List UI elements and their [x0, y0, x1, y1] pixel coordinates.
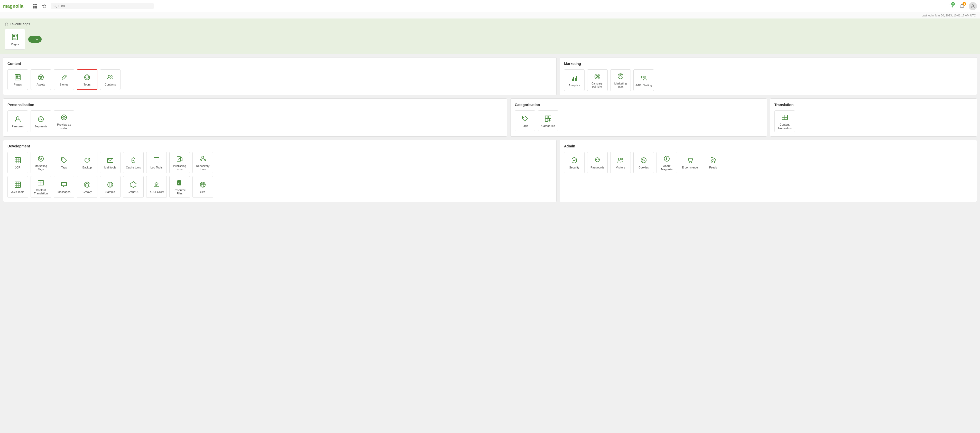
app-categories[interactable]: Categories — [538, 110, 558, 131]
svg-line-37 — [65, 76, 66, 76]
app-dev-marketing-tags-label: Marketing Tags — [32, 164, 50, 171]
app-security[interactable]: Security — [564, 152, 585, 173]
fav-app-pages[interactable]: Pages — [5, 29, 25, 49]
app-site[interactable]: Site — [192, 176, 213, 198]
sample-icon — [106, 181, 115, 189]
app-backup[interactable]: Backup — [77, 152, 97, 173]
app-jcr[interactable]: JCR — [8, 152, 28, 173]
svg-text:+: + — [644, 76, 645, 78]
app-analytics[interactable]: Analytics — [564, 69, 585, 91]
notifications-badge: 1 — [963, 2, 966, 6]
svg-point-108 — [135, 186, 137, 186]
svg-line-92 — [203, 158, 205, 160]
app-graphql[interactable]: GraphQL — [123, 176, 144, 198]
app-sample[interactable]: Sample — [100, 176, 121, 198]
app-tours[interactable]: Tours — [77, 69, 97, 90]
apps-grid-button[interactable] — [30, 2, 40, 11]
app-ecommerce-label: E-commerce — [682, 166, 698, 169]
app-jcr-tools-label: JCR Tools — [11, 190, 24, 194]
svg-rect-8 — [35, 7, 36, 8]
cookies-icon — [640, 156, 648, 164]
notifications-button[interactable]: 1 — [958, 2, 967, 11]
log-tools-icon — [153, 156, 161, 164]
app-personas[interactable]: Personas — [8, 110, 28, 132]
app-visitors[interactable]: Visitors — [610, 152, 631, 173]
personalisation-apps-grid: Personas Segments — [8, 110, 503, 132]
svg-point-106 — [133, 181, 134, 182]
app-mail-tools[interactable]: Mail tools — [100, 152, 121, 173]
app-groovy[interactable]: Groovy — [77, 176, 97, 198]
app-feeds[interactable]: Feeds — [703, 152, 723, 173]
dev-content-translation-icon — [37, 179, 45, 187]
svg-point-11 — [54, 5, 56, 7]
content-apps-grid: Pages — [8, 69, 552, 90]
fav-pages-label: Pages — [11, 43, 19, 46]
contacts-icon — [106, 73, 115, 81]
tasks-button[interactable]: 0 — [946, 2, 955, 11]
app-dev-content-translation[interactable]: Content Translation — [30, 176, 51, 198]
magnolia-logo[interactable]: magnolia — [3, 3, 26, 10]
app-content-translation[interactable]: Content Translation — [775, 110, 795, 132]
svg-point-44 — [108, 75, 110, 77]
app-contacts[interactable]: Contacts — [100, 69, 121, 90]
app-ab-testing[interactable]: + A/B/n Testing — [633, 69, 654, 91]
personas-icon — [14, 115, 22, 123]
svg-rect-83 — [154, 157, 159, 163]
app-about-magnolia[interactable]: i About Magnolia — [657, 152, 677, 173]
app-rest-client[interactable]: REST Client — [146, 176, 167, 198]
dev-tags-icon — [60, 156, 68, 164]
development-section-title: Development — [8, 144, 552, 148]
app-resource-files[interactable]: Resource Files — [169, 176, 190, 198]
app-messages[interactable]: Messages — [54, 176, 74, 198]
svg-point-81 — [62, 159, 63, 160]
add-remove-favorites-button[interactable]: + / – — [28, 36, 41, 43]
app-stories[interactable]: Stories — [54, 69, 74, 90]
app-assets-label: Assets — [37, 83, 45, 86]
marketing-tags-icon — [616, 72, 625, 80]
app-dev-marketing-tags[interactable]: Marketing Tags — [30, 152, 51, 173]
app-visitors-label: Visitors — [616, 166, 625, 169]
svg-marker-105 — [131, 182, 136, 187]
svg-rect-6 — [36, 6, 37, 7]
app-tags[interactable]: Tags — [515, 110, 535, 131]
svg-text:i: i — [666, 157, 667, 161]
svg-point-88 — [202, 156, 204, 158]
app-jcr-tools[interactable]: JCR Tools — [8, 176, 28, 198]
admin-section-title: Admin — [564, 144, 972, 148]
app-repository-tools[interactable]: Repository tools — [192, 152, 213, 173]
favorites-button[interactable] — [40, 2, 49, 11]
svg-marker-17 — [5, 22, 8, 25]
svg-point-138 — [643, 160, 644, 160]
app-ecommerce[interactable]: E-commerce — [679, 152, 700, 173]
app-marketing-tags[interactable]: Marketing Tags — [610, 69, 631, 91]
app-sample-label: Sample — [105, 190, 115, 194]
user-avatar[interactable] — [969, 2, 977, 10]
app-passwords[interactable]: Passwords — [587, 152, 608, 173]
campaign-publisher-icon — [593, 73, 601, 81]
development-apps-grid-row2: JCR Tools Content Translation — [8, 176, 552, 198]
app-assets[interactable]: Assets — [30, 69, 51, 90]
grid-icon — [33, 4, 37, 8]
app-cache-tools[interactable]: Cache tools — [123, 152, 144, 173]
app-pages[interactable]: Pages — [8, 69, 28, 90]
app-cookies[interactable]: Cookies — [633, 152, 654, 173]
app-campaign-publisher[interactable]: Campaign publisher — [587, 69, 608, 91]
jcr-icon — [14, 156, 22, 164]
assets-icon — [37, 73, 45, 81]
svg-rect-13 — [949, 5, 951, 5]
app-dev-tags[interactable]: Tags — [54, 152, 74, 173]
feeds-icon — [709, 156, 717, 164]
app-publishing-tools[interactable]: Publishing tools — [169, 152, 190, 173]
app-content-translation-label: Content Translation — [776, 123, 794, 130]
search-bar[interactable] — [51, 3, 154, 9]
svg-point-107 — [135, 182, 137, 184]
app-segments[interactable]: Segments — [30, 110, 51, 132]
cache-tools-icon — [129, 156, 137, 164]
app-log-tools[interactable]: Log Tools — [146, 152, 167, 173]
favorites-row: Pages + / – — [5, 29, 975, 49]
app-preview-visitor[interactable]: Preview as visitor — [54, 110, 74, 132]
search-input[interactable] — [58, 4, 151, 8]
app-marketing-tags-label: Marketing Tags — [611, 82, 630, 89]
pages-icon — [14, 73, 22, 81]
categorisation-section-title: Categorisation — [515, 103, 762, 107]
